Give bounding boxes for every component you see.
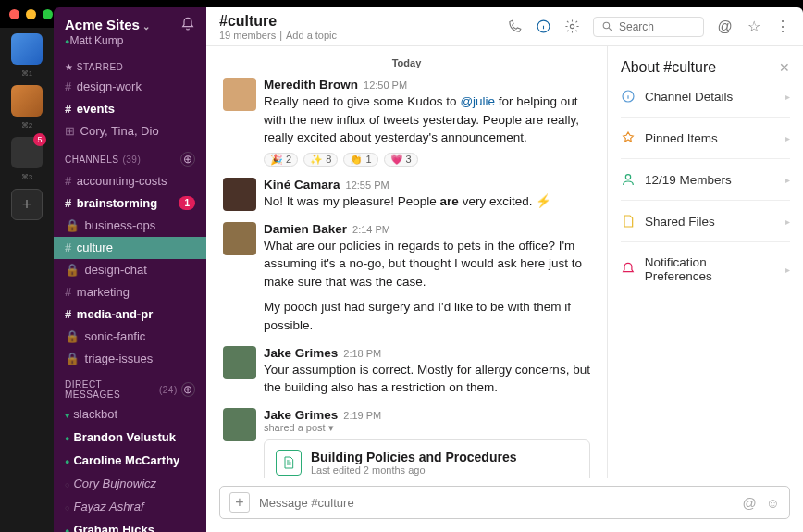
details-row[interactable]: 12/19 Members▸ — [621, 159, 790, 201]
starred-item[interactable]: # events — [54, 98, 206, 120]
avatar[interactable] — [223, 222, 256, 255]
message-time: 12:50 PM — [364, 80, 407, 91]
info-icon[interactable] — [536, 19, 551, 34]
main-panel: #culture 19 members|Add a topic @ ☆ ⋮ To… — [206, 7, 803, 532]
message-list: Today Meredith Brown12:50 PMReally need … — [206, 46, 607, 478]
channel-details-panel: About #culture ✕ Channel Details▸Pinned … — [607, 46, 803, 478]
current-user[interactable]: Matt Kump — [65, 34, 150, 47]
emoji-icon[interactable]: ☺ — [766, 495, 780, 511]
svg-point-2 — [603, 22, 610, 29]
document-icon — [276, 450, 302, 476]
close-icon[interactable]: ✕ — [779, 60, 790, 75]
notifications-icon[interactable] — [180, 17, 195, 34]
search-box[interactable] — [593, 17, 704, 37]
svg-point-1 — [570, 24, 574, 28]
add-channel-icon[interactable]: ⊕ — [180, 152, 195, 167]
avatar[interactable] — [223, 346, 256, 379]
message: Damien Baker2:14 PMWhat are our policies… — [223, 217, 590, 340]
details-row[interactable]: Pinned Items▸ — [621, 118, 790, 159]
details-label: Pinned Items — [645, 131, 718, 145]
sidebar: Acme Sites Matt Kump ★ STARRED # design-… — [54, 7, 206, 532]
message-author[interactable]: Damien Baker — [264, 222, 347, 236]
mentions-icon[interactable]: @ — [717, 19, 733, 34]
starred-item[interactable]: # design-work — [54, 76, 206, 98]
channels-header[interactable]: CHANNELS(39) ⊕ — [54, 142, 206, 170]
minimize-window[interactable] — [26, 9, 36, 19]
message-time: 2:19 PM — [343, 410, 381, 421]
channel-item[interactable]: # culture — [54, 237, 206, 259]
workspace-3[interactable]: 5⌘3 — [11, 137, 43, 168]
starred-header[interactable]: ★ STARRED — [54, 53, 206, 76]
avatar[interactable] — [223, 408, 256, 441]
mention-icon[interactable]: @ — [742, 495, 756, 511]
bell-icon — [621, 262, 636, 277]
unread-badge: 5 — [33, 133, 46, 146]
channel-title[interactable]: #culture — [219, 13, 337, 30]
message-time: 2:18 PM — [343, 348, 381, 359]
starred-item[interactable]: ⊞ Cory, Tina, Dio — [54, 120, 206, 142]
message-time: 2:14 PM — [352, 224, 390, 235]
search-icon — [601, 20, 613, 32]
channel-item[interactable]: 🔒 design-chat — [54, 259, 206, 281]
channel-subheader: 19 members|Add a topic — [219, 30, 337, 41]
search-input[interactable] — [619, 20, 693, 33]
user-mention[interactable]: @julie — [460, 94, 495, 108]
reaction[interactable]: ✨ 8 — [303, 153, 338, 167]
details-label: Notification Preferences — [645, 255, 776, 283]
window-traffic-lights — [9, 9, 53, 19]
add-topic[interactable]: Add a topic — [286, 30, 337, 41]
message-input[interactable] — [259, 496, 733, 510]
avatar[interactable] — [223, 78, 256, 111]
dm-item[interactable]: ○Fayaz Ashraf — [54, 496, 206, 519]
message-author[interactable]: Kiné Camara — [264, 178, 340, 192]
dm-item[interactable]: ●Brandon Velustuk — [54, 427, 206, 450]
workspace-1[interactable]: ⌘1 — [11, 33, 43, 65]
file-icon — [621, 214, 636, 229]
message-author[interactable]: Meredith Brown — [264, 78, 358, 92]
details-label: 12/19 Members — [645, 173, 732, 187]
message-author[interactable]: Jake Grimes — [264, 408, 338, 422]
channel-item[interactable]: # marketing — [54, 281, 206, 303]
more-icon[interactable]: ⋮ — [774, 19, 790, 34]
reaction[interactable]: 🎉 2 — [264, 153, 298, 167]
dm-item[interactable]: ○Cory Bujnowicz — [54, 473, 206, 496]
star-icon[interactable]: ☆ — [746, 19, 761, 34]
message: Kiné Camara12:55 PMNo! It was my pleasur… — [223, 172, 590, 217]
details-row[interactable]: Shared Files▸ — [621, 201, 790, 242]
chevron-right-icon: ▸ — [785, 175, 790, 185]
dms-header[interactable]: DIRECT MESSAGES(24) ⊕ — [54, 370, 206, 403]
call-icon[interactable] — [507, 19, 523, 34]
channel-item[interactable]: # accounting-costs — [54, 170, 206, 192]
chevron-right-icon: ▸ — [785, 217, 790, 227]
info-icon — [621, 89, 636, 104]
add-dm-icon[interactable]: ⊕ — [181, 382, 195, 397]
message: Jake Grimes2:19 PMshared a post ▾Buildin… — [223, 402, 590, 478]
workspace-2[interactable]: ⌘2 — [11, 85, 43, 117]
close-window[interactable] — [9, 9, 19, 19]
dm-item[interactable]: ♥slackbot — [54, 403, 206, 427]
reaction[interactable]: 💗 3 — [384, 153, 418, 167]
dm-item[interactable]: ●Caroline McCarthy — [54, 450, 206, 473]
channel-item[interactable]: 🔒 business-ops — [54, 215, 206, 237]
message: Jake Grimes2:18 PMYour assumption is cor… — [223, 340, 590, 402]
dm-item[interactable]: ●Graham Hicks — [54, 519, 206, 532]
details-row[interactable]: Channel Details▸ — [621, 76, 790, 118]
members-icon — [621, 172, 636, 187]
channel-header: #culture 19 members|Add a topic @ ☆ ⋮ — [206, 7, 803, 46]
maximize-window[interactable] — [43, 9, 53, 19]
details-row[interactable]: Notification Preferences▸ — [621, 242, 790, 296]
channel-item[interactable]: # brainstorming1 — [54, 192, 206, 215]
shared-post[interactable]: Building Policies and ProceduresLast edi… — [264, 439, 590, 478]
channel-item[interactable]: 🔒 sonic-fanfic — [54, 326, 206, 348]
workspace-name[interactable]: Acme Sites — [65, 17, 150, 32]
channel-item[interactable]: 🔒 triage-issues — [54, 348, 206, 370]
date-divider: Today — [223, 54, 590, 72]
message-author[interactable]: Jake Grimes — [264, 346, 338, 360]
settings-icon[interactable] — [564, 19, 580, 34]
channel-item[interactable]: # media-and-pr — [54, 303, 206, 326]
reaction[interactable]: 👏 1 — [343, 153, 377, 167]
add-workspace[interactable]: + — [11, 189, 43, 220]
avatar[interactable] — [223, 178, 256, 211]
message-time: 12:55 PM — [346, 179, 389, 191]
attach-icon[interactable]: + — [229, 492, 250, 513]
